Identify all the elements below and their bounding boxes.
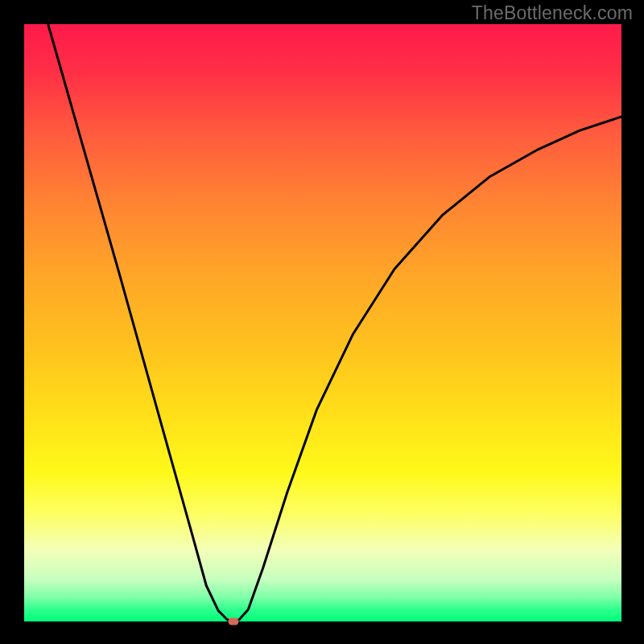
watermark-text: TheBottleneck.com: [472, 2, 633, 24]
minimum-marker: [228, 618, 238, 625]
chart-frame: TheBottleneck.com: [0, 0, 644, 644]
plot-area: [24, 24, 621, 621]
bottleneck-curve: [24, 24, 621, 621]
